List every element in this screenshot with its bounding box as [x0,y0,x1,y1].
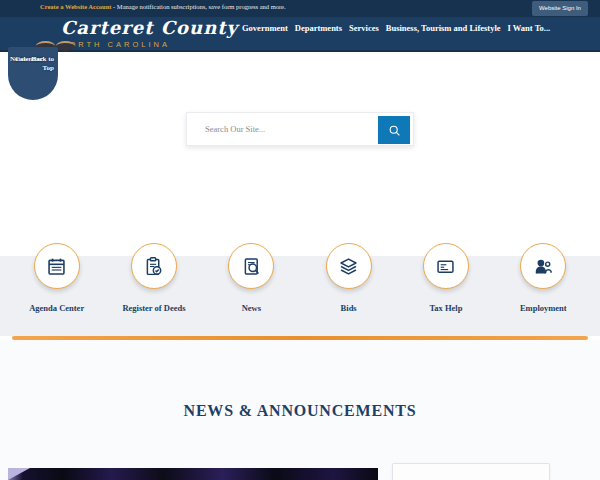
gold-divider [12,336,588,340]
document-magnifier-icon [228,243,274,289]
website-sign-in-button[interactable]: Website Sign In [532,1,588,16]
back-to-top-button-stack[interactable]: News Calendar Back to Top [8,47,58,100]
create-account-link[interactable]: Create a Website Account [40,3,111,10]
people-icon [520,243,566,289]
nav-business-tourism[interactable]: Business, Tourism and Lifestyle [386,23,501,33]
nav-departments[interactable]: Departments [295,23,342,33]
account-message: Create a Website Account - Manage notifi… [40,3,286,10]
quick-link-bids[interactable]: Bids [300,243,397,313]
quick-links-row: Agenda Center Register of Deeds [8,243,592,313]
site-subtitle: NORTH CAROLINA [61,40,238,49]
clipboard-check-icon [131,243,177,289]
quick-link-label: News [242,303,261,313]
main-nav: Government Departments Services Business… [242,23,550,33]
news-section-title: NEWS & ANNOUNCEMENTS [0,402,600,420]
quick-link-label: Tax Help [429,303,462,313]
carteret-county-homepage: Create a Website Account - Manage notifi… [0,0,600,480]
nav-services[interactable]: Services [349,23,379,33]
search-icon [388,124,401,137]
quick-link-employment[interactable]: Employment [495,243,592,313]
nav-government[interactable]: Government [242,23,288,33]
site-name: Carteret County [61,18,238,38]
search-button[interactable] [378,116,410,144]
quick-link-label: Agenda Center [29,303,84,313]
news-photo-thumbnail[interactable] [8,468,378,480]
quick-link-label: Employment [520,303,567,313]
quick-link-tax-help[interactable]: Tax Help [397,243,494,313]
site-title[interactable]: Carteret County NORTH CAROLINA [61,18,238,49]
quick-link-register-of-deeds[interactable]: Register of Deeds [105,243,202,313]
photo-highlight [8,468,30,480]
quick-link-agenda-center[interactable]: Agenda Center [8,243,105,313]
layers-icon [326,243,372,289]
stack-label-back-to-top: Back to Top [22,55,54,72]
utility-bar: Create a Website Account - Manage notifi… [0,0,600,17]
site-search [186,112,414,146]
account-note: - Manage notification subscriptions, sav… [111,3,285,10]
search-input[interactable] [187,113,377,145]
calendar-icon [34,243,80,289]
news-card[interactable] [392,463,550,480]
site-header: Carteret County NORTH CAROLINA Governmen… [0,17,600,52]
quick-link-news[interactable]: News [203,243,300,313]
quick-link-label: Bids [341,303,357,313]
hero-section [0,52,600,256]
payment-card-icon [423,243,469,289]
nav-i-want-to[interactable]: I Want To... [508,23,551,33]
news-section: NEWS & ANNOUNCEMENTS [0,340,600,480]
quick-link-label: Register of Deeds [122,303,185,313]
stacked-medallion-icon [56,41,75,51]
